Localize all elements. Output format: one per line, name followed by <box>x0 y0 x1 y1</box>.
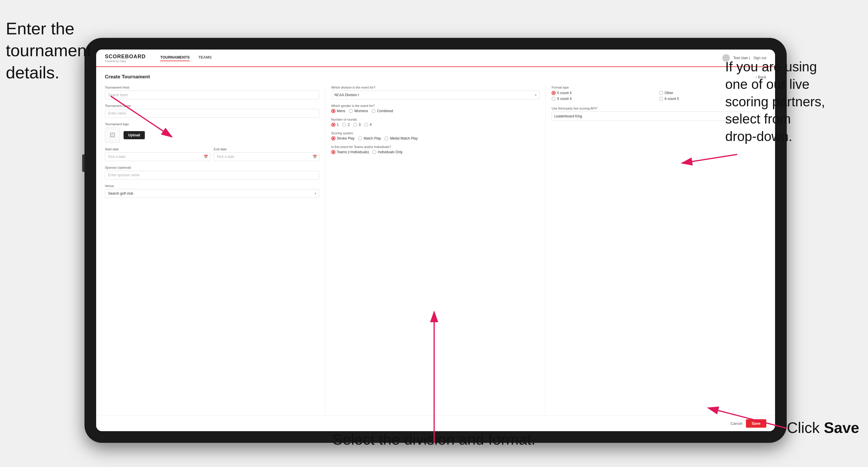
format-other-radio[interactable] <box>659 91 663 95</box>
form-col-1: Tournament Host Tournament name Tourname… <box>105 86 326 415</box>
calendar-icon: 📅 <box>204 155 208 159</box>
tablet-shell: SCOREBOARD Powered by Clippi TOURNAMENTS… <box>85 38 787 443</box>
gender-combined[interactable]: Combined <box>372 109 393 113</box>
format-6count4-radio[interactable] <box>552 97 556 101</box>
rounds-3[interactable]: 3 <box>353 123 361 127</box>
rounds-4-label: 4 <box>370 123 372 127</box>
tablet-side-button <box>82 154 85 172</box>
gender-radio-group: Mens Womens Combined <box>331 109 540 113</box>
logo-sub: Powered by Clippi <box>105 60 146 63</box>
cancel-button[interactable]: Cancel <box>731 421 742 426</box>
annotation-bottom-right: Click Save <box>787 418 859 438</box>
host-input[interactable] <box>105 91 319 99</box>
venue-select[interactable]: Search golf club <box>105 189 319 198</box>
rounds-4-radio[interactable] <box>364 123 368 127</box>
scoring-stroke-label: Stroke Play <box>337 136 354 141</box>
division-select-wrapper: NCAA Division I <box>331 91 540 99</box>
form-footer: Cancel Save <box>96 415 775 431</box>
scoring-match-label: Match Play <box>364 136 381 141</box>
scoring-match-radio[interactable] <box>358 136 362 141</box>
teams-plus-radio[interactable] <box>331 150 335 154</box>
scoring-stroke[interactable]: Stroke Play <box>331 136 354 141</box>
gender-combined-radio[interactable] <box>372 109 376 113</box>
gender-womens[interactable]: Womens <box>349 109 368 113</box>
tab-tournaments[interactable]: TOURNAMENTS <box>160 55 190 61</box>
logo-label: Tournament logo <box>105 122 319 126</box>
rounds-label: Number of rounds <box>331 118 540 121</box>
format-other-label: Other <box>664 91 673 95</box>
venue-label: Venue <box>105 184 319 188</box>
rounds-3-label: 3 <box>359 123 361 127</box>
annotation-top-left: Enter thetournamentdetails. <box>6 18 91 83</box>
gender-group: Which gender is the event for? Mens Wome… <box>331 104 540 113</box>
name-input[interactable] <box>105 109 319 118</box>
gender-label: Which gender is the event for? <box>331 104 540 107</box>
sponsor-label: Sponsor (optional) <box>105 166 319 169</box>
individuals-only-label: Individuals Only <box>378 150 403 154</box>
division-select[interactable]: NCAA Division I <box>331 91 540 99</box>
individuals-only-radio[interactable] <box>372 150 376 154</box>
gender-mens-radio[interactable] <box>331 109 335 113</box>
format-6count5-label: 6 count 5 <box>664 97 679 101</box>
tournament-host-group: Tournament Host <box>105 86 319 99</box>
rounds-2[interactable]: 2 <box>342 123 350 127</box>
rounds-radio-group: 1 2 3 4 <box>331 123 540 127</box>
individuals-only[interactable]: Individuals Only <box>372 150 403 154</box>
format-5count4-label: 5 count 4 <box>557 91 571 95</box>
date-row: Start date 📅 End date 📅 <box>105 148 319 161</box>
division-label: Which division is the event for? <box>331 86 540 89</box>
rounds-1-label: 1 <box>337 123 339 127</box>
teams-plus-label: Teams (+Individuals) <box>337 150 369 154</box>
scoring-stroke-radio[interactable] <box>331 136 335 141</box>
nav-tabs: TOURNAMENTS TEAMS <box>160 55 212 61</box>
format-6count4[interactable]: 6 count 4 <box>552 97 653 101</box>
annotation-top-right: If you are using one of our live scoring… <box>725 58 859 145</box>
rounds-1[interactable]: 1 <box>331 123 339 127</box>
format-6count4-label: 6 count 4 <box>557 97 571 101</box>
gender-mens-label: Mens <box>337 109 345 113</box>
scoring-medal[interactable]: Medal Match Play <box>384 136 417 141</box>
dates-group: Start date 📅 End date 📅 <box>105 148 319 161</box>
save-button[interactable]: Save <box>746 419 766 428</box>
format-6count5-radio[interactable] <box>659 97 663 101</box>
rounds-4[interactable]: 4 <box>364 123 372 127</box>
rounds-1-radio[interactable] <box>331 123 335 127</box>
rounds-3-radio[interactable] <box>353 123 357 127</box>
scoring-radio-group: Stroke Play Match Play Medal Match Play <box>331 136 540 141</box>
end-date-label: End date <box>214 148 319 151</box>
name-label: Tournament name <box>105 104 319 107</box>
teams-plus-individuals[interactable]: Teams (+Individuals) <box>331 150 369 154</box>
end-date-wrapper: 📅 <box>214 152 319 161</box>
scoring-medal-radio[interactable] <box>384 136 389 141</box>
logo-upload-area: 🖼 Upload <box>105 128 319 143</box>
app-header: SCOREBOARD Powered by Clippi TOURNAMENTS… <box>96 50 775 67</box>
start-date-input[interactable] <box>105 152 210 161</box>
division-group: Which division is the event for? NCAA Di… <box>331 86 540 99</box>
sponsor-input[interactable] <box>105 171 319 180</box>
rounds-2-label: 2 <box>348 123 350 127</box>
host-label: Tournament Host <box>105 86 319 89</box>
gender-mens[interactable]: Mens <box>331 109 345 113</box>
venue-group: Venue Search golf club <box>105 184 319 198</box>
format-5count4-radio[interactable] <box>552 91 556 95</box>
gender-combined-label: Combined <box>377 109 393 113</box>
scoring-label: Scoring system <box>331 131 540 135</box>
scoring-medal-label: Medal Match Play <box>390 136 417 141</box>
calendar-icon-end: 📅 <box>313 155 317 159</box>
upload-button[interactable]: Upload <box>124 131 145 139</box>
teams-label: Is this event for Teams and/or Individua… <box>331 145 540 149</box>
format-5count4[interactable]: 5 count 4 <box>552 91 653 95</box>
end-date-input[interactable] <box>214 152 319 161</box>
gender-womens-radio[interactable] <box>349 109 353 113</box>
tab-teams[interactable]: TEAMS <box>198 55 212 61</box>
page-content: Create Tournament ‹ Back Tournament Host… <box>96 67 775 415</box>
app-logo: SCOREBOARD Powered by Clippi <box>105 54 146 63</box>
form-col-2: Which division is the event for? NCAA Di… <box>326 86 546 415</box>
tablet-screen: SCOREBOARD Powered by Clippi TOURNAMENTS… <box>96 50 775 431</box>
annotation-bottom-center: Select the division and format. <box>333 430 535 449</box>
rounds-2-radio[interactable] <box>342 123 346 127</box>
logo-group: Tournament logo 🖼 Upload <box>105 122 319 143</box>
scoring-match[interactable]: Match Play <box>358 136 381 141</box>
end-date-group: End date 📅 <box>214 148 319 161</box>
gender-womens-label: Womens <box>354 109 368 113</box>
